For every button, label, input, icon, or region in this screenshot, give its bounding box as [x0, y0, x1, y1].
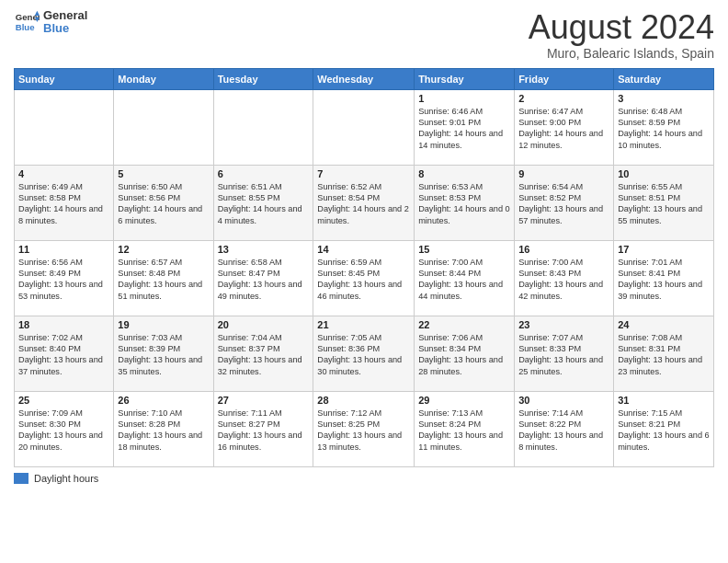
day-number: 25 — [18, 395, 109, 406]
day-number: 9 — [518, 168, 609, 179]
legend: Daylight hours — [14, 473, 714, 484]
day-number: 3 — [618, 93, 710, 104]
day-info: Sunrise: 7:07 AM Sunset: 8:33 PM Dayligh… — [518, 332, 609, 378]
logo-icon: General Blue — [14, 9, 40, 35]
calendar-cell — [15, 89, 114, 165]
day-info: Sunrise: 6:46 AM Sunset: 9:01 PM Dayligh… — [418, 106, 510, 152]
calendar-cell: 7Sunrise: 6:52 AM Sunset: 8:54 PM Daylig… — [313, 165, 415, 240]
day-number: 27 — [218, 395, 310, 406]
legend-label: Daylight hours — [34, 473, 98, 484]
calendar-day-header: Friday — [515, 68, 614, 89]
calendar-cell: 30Sunrise: 7:14 AM Sunset: 8:22 PM Dayli… — [515, 391, 614, 466]
day-info: Sunrise: 7:06 AM Sunset: 8:34 PM Dayligh… — [418, 332, 510, 378]
day-info: Sunrise: 7:14 AM Sunset: 8:22 PM Dayligh… — [518, 408, 609, 454]
calendar-cell: 3Sunrise: 6:48 AM Sunset: 8:59 PM Daylig… — [614, 89, 714, 165]
day-info: Sunrise: 7:00 AM Sunset: 8:43 PM Dayligh… — [518, 257, 609, 303]
calendar-cell: 20Sunrise: 7:04 AM Sunset: 8:37 PM Dayli… — [213, 316, 313, 391]
calendar-header: SundayMondayTuesdayWednesdayThursdayFrid… — [15, 68, 714, 89]
day-number: 14 — [317, 244, 410, 255]
calendar-cell: 6Sunrise: 6:51 AM Sunset: 8:55 PM Daylig… — [213, 165, 313, 240]
day-info: Sunrise: 6:50 AM Sunset: 8:56 PM Dayligh… — [118, 181, 209, 227]
calendar-cell: 16Sunrise: 7:00 AM Sunset: 8:43 PM Dayli… — [515, 240, 614, 316]
day-info: Sunrise: 7:11 AM Sunset: 8:27 PM Dayligh… — [218, 408, 310, 454]
day-number: 11 — [18, 244, 109, 255]
day-info: Sunrise: 7:15 AM Sunset: 8:21 PM Dayligh… — [618, 408, 710, 454]
day-number: 13 — [218, 244, 310, 255]
day-number: 24 — [618, 319, 710, 330]
svg-text:Blue: Blue — [16, 22, 35, 32]
day-number: 1 — [418, 93, 510, 104]
logo: General Blue General Blue — [14, 9, 87, 36]
calendar-day-header: Saturday — [614, 68, 714, 89]
day-info: Sunrise: 7:09 AM Sunset: 8:30 PM Dayligh… — [18, 408, 109, 454]
day-number: 18 — [18, 319, 109, 330]
calendar-cell: 18Sunrise: 7:02 AM Sunset: 8:40 PM Dayli… — [15, 316, 114, 391]
day-number: 30 — [518, 395, 609, 406]
day-number: 8 — [418, 168, 510, 179]
calendar-cell: 28Sunrise: 7:12 AM Sunset: 8:25 PM Dayli… — [313, 391, 415, 466]
day-info: Sunrise: 7:03 AM Sunset: 8:39 PM Dayligh… — [118, 332, 209, 378]
day-info: Sunrise: 6:51 AM Sunset: 8:55 PM Dayligh… — [218, 181, 310, 227]
calendar-cell: 19Sunrise: 7:03 AM Sunset: 8:39 PM Dayli… — [114, 316, 213, 391]
day-number: 7 — [317, 168, 410, 179]
day-number: 21 — [317, 319, 410, 330]
day-info: Sunrise: 6:58 AM Sunset: 8:47 PM Dayligh… — [218, 257, 310, 303]
day-info: Sunrise: 7:08 AM Sunset: 8:31 PM Dayligh… — [618, 332, 710, 378]
calendar-day-header: Sunday — [15, 68, 114, 89]
day-info: Sunrise: 7:04 AM Sunset: 8:37 PM Dayligh… — [218, 332, 310, 378]
logo-text-line1: General — [43, 9, 87, 22]
day-number: 17 — [618, 244, 710, 255]
day-number: 29 — [418, 395, 510, 406]
calendar-cell: 1Sunrise: 6:46 AM Sunset: 9:01 PM Daylig… — [415, 89, 515, 165]
calendar-day-header: Thursday — [415, 68, 515, 89]
calendar-cell: 10Sunrise: 6:55 AM Sunset: 8:51 PM Dayli… — [614, 165, 714, 240]
title-block: August 2024 Muro, Balearic Islands, Spai… — [529, 9, 714, 61]
calendar-day-header: Wednesday — [313, 68, 415, 89]
day-info: Sunrise: 6:49 AM Sunset: 8:58 PM Dayligh… — [18, 181, 109, 227]
day-info: Sunrise: 6:53 AM Sunset: 8:53 PM Dayligh… — [418, 181, 510, 227]
calendar-cell: 29Sunrise: 7:13 AM Sunset: 8:24 PM Dayli… — [415, 391, 515, 466]
day-info: Sunrise: 6:48 AM Sunset: 8:59 PM Dayligh… — [618, 106, 710, 152]
day-info: Sunrise: 7:12 AM Sunset: 8:25 PM Dayligh… — [317, 408, 410, 454]
calendar-cell: 31Sunrise: 7:15 AM Sunset: 8:21 PM Dayli… — [614, 391, 714, 466]
legend-color-box — [14, 473, 28, 484]
calendar-cell: 24Sunrise: 7:08 AM Sunset: 8:31 PM Dayli… — [614, 316, 714, 391]
day-info: Sunrise: 6:47 AM Sunset: 9:00 PM Dayligh… — [518, 106, 609, 152]
calendar-cell — [213, 89, 313, 165]
day-info: Sunrise: 7:00 AM Sunset: 8:44 PM Dayligh… — [418, 257, 510, 303]
day-number: 15 — [418, 244, 510, 255]
day-number: 10 — [618, 168, 710, 179]
calendar-day-header: Monday — [114, 68, 213, 89]
calendar-cell: 2Sunrise: 6:47 AM Sunset: 9:00 PM Daylig… — [515, 89, 614, 165]
day-info: Sunrise: 7:13 AM Sunset: 8:24 PM Dayligh… — [418, 408, 510, 454]
calendar-cell: 11Sunrise: 6:56 AM Sunset: 8:49 PM Dayli… — [15, 240, 114, 316]
day-number: 12 — [118, 244, 209, 255]
day-info: Sunrise: 6:55 AM Sunset: 8:51 PM Dayligh… — [618, 181, 710, 227]
calendar-table: SundayMondayTuesdayWednesdayThursdayFrid… — [14, 68, 714, 467]
calendar-cell: 27Sunrise: 7:11 AM Sunset: 8:27 PM Dayli… — [213, 391, 313, 466]
day-number: 16 — [518, 244, 609, 255]
calendar-day-header: Tuesday — [213, 68, 313, 89]
day-number: 28 — [317, 395, 410, 406]
calendar-cell: 14Sunrise: 6:59 AM Sunset: 8:45 PM Dayli… — [313, 240, 415, 316]
day-number: 22 — [418, 319, 510, 330]
day-info: Sunrise: 6:54 AM Sunset: 8:52 PM Dayligh… — [518, 181, 609, 227]
day-info: Sunrise: 7:01 AM Sunset: 8:41 PM Dayligh… — [618, 257, 710, 303]
calendar-cell: 12Sunrise: 6:57 AM Sunset: 8:48 PM Dayli… — [114, 240, 213, 316]
day-info: Sunrise: 6:52 AM Sunset: 8:54 PM Dayligh… — [317, 181, 410, 227]
page-header: General Blue General Blue August 2024 Mu… — [14, 9, 714, 61]
day-number: 23 — [518, 319, 609, 330]
day-info: Sunrise: 6:57 AM Sunset: 8:48 PM Dayligh… — [118, 257, 209, 303]
day-info: Sunrise: 7:02 AM Sunset: 8:40 PM Dayligh… — [18, 332, 109, 378]
logo-text-line2: Blue — [43, 22, 87, 35]
day-number: 2 — [518, 93, 609, 104]
day-number: 20 — [218, 319, 310, 330]
calendar-cell: 22Sunrise: 7:06 AM Sunset: 8:34 PM Dayli… — [415, 316, 515, 391]
day-info: Sunrise: 6:56 AM Sunset: 8:49 PM Dayligh… — [18, 257, 109, 303]
day-number: 31 — [618, 395, 710, 406]
calendar-cell: 23Sunrise: 7:07 AM Sunset: 8:33 PM Dayli… — [515, 316, 614, 391]
calendar-cell: 13Sunrise: 6:58 AM Sunset: 8:47 PM Dayli… — [213, 240, 313, 316]
day-info: Sunrise: 6:59 AM Sunset: 8:45 PM Dayligh… — [317, 257, 410, 303]
day-info: Sunrise: 7:10 AM Sunset: 8:28 PM Dayligh… — [118, 408, 209, 454]
day-number: 4 — [18, 168, 109, 179]
